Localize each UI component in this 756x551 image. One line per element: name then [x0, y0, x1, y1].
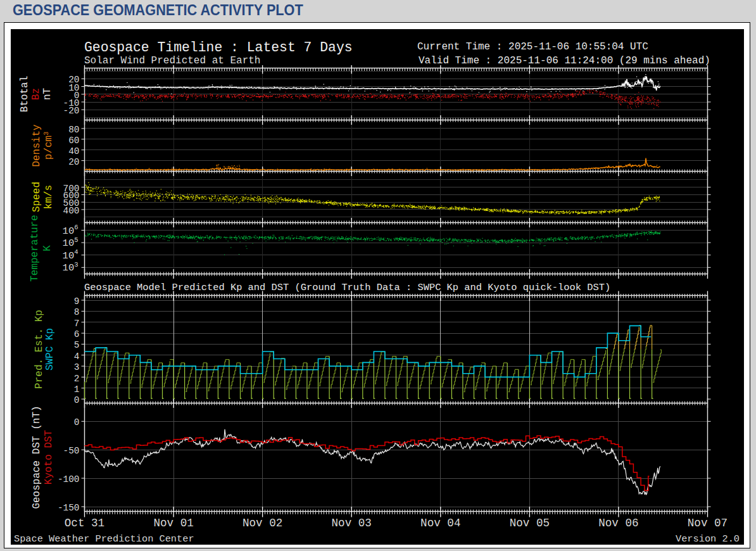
svg-text:Nov 03: Nov 03: [332, 517, 372, 529]
svg-text:Space Weather Prediction Cente: Space Weather Prediction Center: [14, 533, 194, 545]
svg-text:Valid Time : 2025-11-06 11:24:: Valid Time : 2025-11-06 11:24:00 (29 min…: [419, 55, 710, 66]
svg-text:6: 6: [74, 329, 80, 339]
svg-text:-100: -100: [58, 474, 80, 484]
svg-text:80: 80: [68, 125, 79, 135]
svg-text:Nov 07: Nov 07: [688, 517, 728, 529]
svg-text:Geospace Model Predicted Kp an: Geospace Model Predicted Kp and DST (Gro…: [84, 282, 610, 293]
svg-text:20: 20: [68, 157, 79, 167]
svg-text:7: 7: [74, 319, 80, 329]
svg-text:Kyoto DST: Kyoto DST: [43, 430, 54, 484]
svg-text:9: 9: [74, 296, 80, 307]
svg-text:-20: -20: [63, 106, 80, 116]
svg-text:SWPC Kp: SWPC Kp: [44, 328, 56, 370]
svg-text:Bz: Bz: [30, 88, 42, 100]
svg-text:0: 0: [74, 395, 80, 405]
svg-text:Nov 01: Nov 01: [153, 517, 193, 529]
svg-text:8: 8: [74, 307, 80, 317]
svg-text:0: 0: [74, 417, 80, 428]
svg-text:Temperature: Temperature: [29, 215, 41, 282]
svg-text:Geospace DST (nT): Geospace DST (nT): [31, 405, 42, 509]
svg-text:60: 60: [68, 136, 79, 146]
svg-text:Btotal: Btotal: [19, 76, 30, 113]
svg-text:-50: -50: [63, 446, 80, 456]
svg-text:Nov 02: Nov 02: [243, 517, 282, 529]
svg-text:Nov 05: Nov 05: [510, 517, 550, 529]
svg-text:nT: nT: [42, 88, 53, 100]
svg-text:Nov 04: Nov 04: [420, 517, 460, 529]
svg-text:km/s: km/s: [43, 185, 54, 209]
svg-text:Speed: Speed: [31, 182, 42, 212]
svg-text:40: 40: [68, 146, 79, 156]
svg-text:103: 103: [63, 261, 79, 274]
svg-text:3: 3: [74, 362, 80, 372]
svg-text:Pred. Est. Kp: Pred. Est. Kp: [34, 310, 45, 389]
svg-text:400: 400: [63, 206, 80, 216]
svg-text:1: 1: [74, 384, 80, 395]
svg-text:4: 4: [74, 352, 80, 362]
svg-text:2: 2: [74, 374, 80, 384]
svg-text:Solar Wind Predicted at Earth: Solar Wind Predicted at Earth: [84, 55, 260, 66]
svg-text:Oct 31: Oct 31: [65, 517, 104, 529]
svg-text:106: 106: [63, 224, 79, 237]
svg-text:105: 105: [63, 236, 79, 250]
svg-text:5: 5: [74, 340, 80, 350]
svg-text:104: 104: [63, 248, 79, 262]
svg-text:Version 2.0: Version 2.0: [676, 533, 740, 545]
svg-text:Geospace Timeline : Latest 7 D: Geospace Timeline : Latest 7 Days: [84, 40, 353, 55]
svg-text:-150: -150: [58, 503, 80, 513]
svg-text:Current Time : 2025-11-06 10:5: Current Time : 2025-11-06 10:55:04 UTC: [417, 41, 648, 53]
svg-text:Nov 06: Nov 06: [598, 517, 638, 529]
svg-text:p/cm3: p/cm3: [43, 132, 54, 160]
svg-text:Density: Density: [31, 124, 42, 167]
svg-text:K: K: [42, 245, 53, 251]
